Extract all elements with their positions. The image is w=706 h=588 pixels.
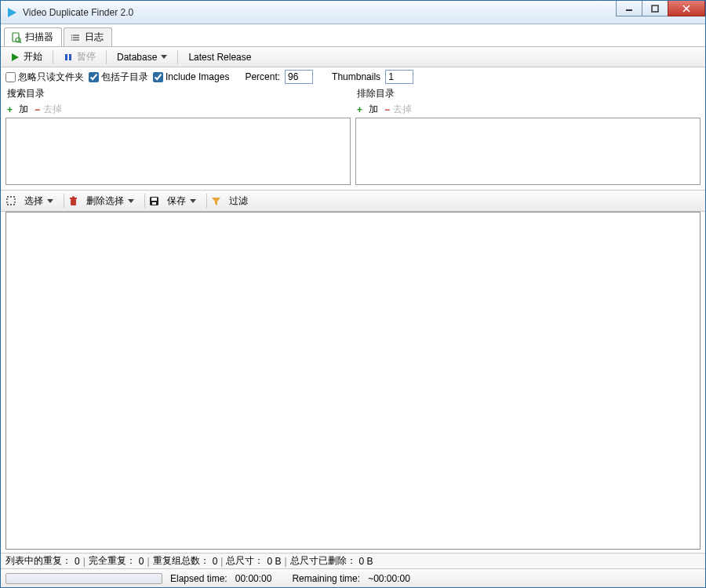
results-toolbar: 选择 删除选择 保存 过滤	[1, 190, 705, 212]
exclude-dir-panel: 排除目录 + 加 − 去掉	[355, 86, 701, 185]
play-icon	[10, 53, 20, 62]
include-images-label: Include Images	[166, 71, 229, 82]
save-dropdown[interactable]: 保存	[161, 193, 202, 209]
dup-in-list-value: 0	[75, 556, 80, 567]
svg-rect-22	[151, 198, 157, 201]
ignore-readonly-checkbox[interactable]: 忽略只读文件夹	[5, 71, 84, 84]
delete-selection-dropdown[interactable]: 删除选择	[80, 193, 140, 209]
filter-icon	[211, 196, 221, 206]
percent-input[interactable]	[285, 70, 313, 84]
total-size-label: 总尺寸：	[226, 554, 264, 568]
filter-button[interactable]: 过滤	[223, 193, 254, 209]
toolbar-sep	[53, 50, 53, 64]
search-dir-list[interactable]	[5, 118, 351, 185]
toolbar-sep	[106, 50, 107, 64]
app-window: Video Duplicate Finder 2.0 扫描器 日志 开始	[0, 0, 706, 588]
results-list[interactable]	[5, 212, 701, 550]
pause-label: 暂停	[77, 50, 96, 64]
svg-line-7	[20, 42, 21, 43]
exclude-dir-ops: + 加 − 去掉	[355, 101, 701, 118]
progress-bar	[5, 573, 162, 584]
svg-rect-17	[7, 197, 15, 205]
exclude-dir-remove-button[interactable]: 去掉	[393, 103, 412, 116]
chevron-down-icon	[161, 55, 167, 59]
filter-label: 过滤	[229, 194, 248, 208]
database-dropdown[interactable]: Database	[111, 50, 173, 64]
chevron-down-icon	[47, 199, 53, 203]
minimize-button[interactable]	[616, 1, 642, 16]
full-dup-value: 0	[139, 556, 144, 567]
bottom-bar: Elapsed time: 00:00:00 Remaining time: ~…	[1, 568, 705, 587]
ignore-readonly-input[interactable]	[5, 72, 16, 82]
exclude-dir-list[interactable]	[355, 118, 701, 185]
group-total-value: 0	[213, 556, 218, 567]
svg-marker-14	[12, 53, 19, 61]
select-dropdown[interactable]: 选择	[18, 193, 60, 209]
elapsed-label: Elapsed time:	[170, 573, 227, 584]
close-button[interactable]	[668, 1, 705, 16]
tab-log[interactable]: 日志	[64, 27, 112, 46]
elapsed-value: 00:00:00	[235, 573, 272, 584]
search-doc-icon	[11, 32, 22, 43]
include-subdir-input[interactable]	[89, 72, 99, 82]
include-images-checkbox[interactable]: Include Images	[153, 71, 229, 82]
svg-point-11	[71, 34, 73, 36]
app-icon	[5, 6, 18, 19]
deleted-size-value: 0 B	[359, 556, 373, 567]
svg-rect-18	[71, 199, 76, 205]
toolbar-sep	[177, 50, 178, 64]
toolbar-sep	[206, 194, 207, 208]
search-dir-ops: + 加 − 去掉	[5, 101, 351, 118]
include-images-input[interactable]	[153, 72, 163, 82]
titlebar[interactable]: Video Duplicate Finder 2.0	[1, 1, 705, 24]
svg-point-12	[71, 37, 73, 38]
search-dir-add-button[interactable]: 加	[16, 103, 31, 116]
toolbar-sep	[144, 194, 145, 208]
exclude-dir-label: 排除目录	[355, 86, 701, 101]
search-dir-label: 搜索目录	[5, 86, 351, 101]
main-toolbar: 开始 暂停 Database Latest Release	[1, 47, 705, 67]
pause-button[interactable]: 暂停	[57, 49, 102, 65]
select-marquee-icon	[5, 195, 16, 206]
minus-icon: −	[384, 104, 390, 115]
tab-scanner[interactable]: 扫描器	[4, 27, 62, 46]
deleted-size-label: 总尺寸已删除：	[290, 554, 356, 568]
trash-icon	[68, 196, 78, 206]
percent-label: Percent:	[245, 71, 280, 82]
svg-rect-16	[69, 54, 71, 60]
tab-strip: 扫描器 日志	[1, 25, 705, 47]
thumbnails-input[interactable]	[385, 70, 413, 84]
group-total-label: 重复组总数：	[153, 554, 209, 568]
chevron-down-icon	[190, 199, 196, 203]
include-subdir-checkbox[interactable]: 包括子目录	[89, 71, 148, 84]
start-button[interactable]: 开始	[4, 49, 49, 65]
save-icon	[149, 196, 159, 206]
thumbnails-label: Thumbnails	[332, 71, 380, 82]
pause-icon	[64, 53, 73, 62]
start-label: 开始	[24, 50, 42, 64]
svg-rect-2	[652, 5, 658, 12]
search-dir-panel: 搜索目录 + 加 − 去掉	[5, 86, 351, 185]
list-icon	[71, 32, 82, 43]
directories-row: 搜索目录 + 加 − 去掉 排除目录 + 加 − 去掉	[1, 86, 705, 185]
plus-icon: +	[7, 104, 13, 115]
svg-rect-23	[152, 202, 156, 205]
delete-selection-label: 删除选择	[86, 194, 124, 208]
select-label: 选择	[24, 194, 43, 208]
minus-icon: −	[35, 104, 40, 115]
exclude-dir-add-button[interactable]: 加	[366, 103, 381, 116]
ignore-readonly-label: 忽略只读文件夹	[18, 71, 84, 84]
database-label: Database	[117, 52, 157, 63]
maximize-button[interactable]	[642, 1, 668, 16]
include-subdir-label: 包括子目录	[101, 71, 148, 84]
svg-marker-0	[8, 8, 16, 17]
svg-marker-24	[212, 198, 220, 205]
save-label: 保存	[167, 194, 186, 208]
latest-release-button[interactable]: Latest Release	[182, 50, 257, 64]
latest-release-label: Latest Release	[188, 52, 251, 63]
full-dup-label: 完全重复：	[89, 554, 136, 568]
svg-rect-15	[65, 54, 67, 60]
remaining-label: Remaining time:	[292, 573, 360, 584]
search-dir-remove-button[interactable]: 去掉	[43, 103, 62, 116]
tab-scanner-label: 扫描器	[25, 31, 53, 44]
